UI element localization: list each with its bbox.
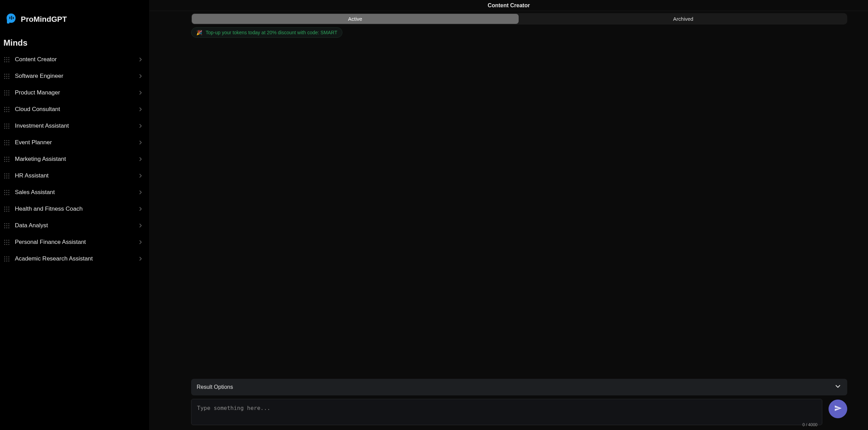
promo-banner[interactable]: 🎉 Top-up your tokens today at 20% discou… [191, 27, 342, 38]
sidebar-item-label: Sales Assistant [15, 189, 132, 196]
drag-handle-icon[interactable] [4, 173, 9, 179]
chevron-right-icon [137, 222, 144, 229]
chevron-right-icon [137, 173, 144, 179]
main: Content Creator Active Archived 🎉 Top-up… [150, 0, 868, 430]
svg-rect-1 [11, 16, 12, 20]
sidebar-item[interactable]: Software Engineer [0, 68, 148, 84]
chevron-right-icon [137, 256, 144, 262]
sidebar-item-label: Personal Finance Assistant [15, 239, 132, 246]
drag-handle-icon[interactable] [4, 190, 9, 195]
svg-rect-2 [13, 17, 14, 19]
sidebar-item[interactable]: Cloud Consultant [0, 101, 148, 118]
drag-handle-icon[interactable] [4, 74, 9, 79]
sidebar-item[interactable]: Data Analyst [0, 217, 148, 234]
brand-logo-icon [5, 12, 17, 26]
result-options-toggle[interactable]: Result Options [191, 379, 847, 395]
chevron-right-icon [137, 123, 144, 129]
sidebar-item[interactable]: Content Creator [0, 51, 148, 68]
sidebar: ProMindGPT Minds Content CreatorSoftware… [0, 0, 150, 430]
drag-handle-icon[interactable] [4, 123, 9, 129]
drag-handle-icon[interactable] [4, 207, 9, 212]
drag-handle-icon[interactable] [4, 90, 9, 95]
sidebar-item[interactable]: Investment Assistant [0, 118, 148, 134]
chevron-right-icon [137, 139, 144, 146]
brand[interactable]: ProMindGPT [0, 0, 148, 38]
send-button[interactable] [829, 400, 847, 418]
chevron-right-icon [137, 206, 144, 212]
sidebar-item-label: Academic Research Assistant [15, 255, 132, 262]
svg-rect-0 [9, 17, 10, 19]
send-icon [834, 404, 842, 414]
drag-handle-icon[interactable] [4, 223, 9, 228]
sidebar-section-title: Minds [0, 38, 148, 51]
chevron-right-icon [137, 239, 144, 245]
message-input[interactable] [191, 399, 822, 425]
result-options-label: Result Options [197, 384, 233, 390]
drag-handle-icon[interactable] [4, 140, 9, 145]
chevron-right-icon [137, 106, 144, 112]
minds-list: Content CreatorSoftware EngineerProduct … [0, 51, 148, 267]
sidebar-item-label: Investment Assistant [15, 122, 132, 129]
sidebar-item-label: Cloud Consultant [15, 106, 132, 113]
sidebar-item[interactable]: Health and Fitness Coach [0, 201, 148, 217]
sidebar-item[interactable]: Event Planner [0, 134, 148, 151]
main-header: Content Creator [150, 0, 868, 11]
chevron-right-icon [137, 156, 144, 162]
tabs: Active Archived [191, 13, 847, 25]
sidebar-item[interactable]: Product Manager [0, 84, 148, 101]
sidebar-item-label: Content Creator [15, 56, 132, 63]
drag-handle-icon[interactable] [4, 57, 9, 62]
drag-handle-icon[interactable] [4, 107, 9, 112]
sidebar-item-label: Event Planner [15, 139, 132, 146]
page-title: Content Creator [488, 2, 530, 9]
chevron-right-icon [137, 90, 144, 96]
sidebar-item[interactable]: Academic Research Assistant [0, 250, 148, 267]
conversation-area[interactable] [191, 40, 847, 375]
sidebar-item-label: HR Assistant [15, 172, 132, 179]
sidebar-item[interactable]: Sales Assistant [0, 184, 148, 201]
sidebar-item-label: Software Engineer [15, 73, 132, 80]
tab-active[interactable]: Active [192, 14, 519, 24]
sidebar-item[interactable]: HR Assistant [0, 167, 148, 184]
drag-handle-icon[interactable] [4, 256, 9, 262]
sidebar-item-label: Marketing Assistant [15, 156, 132, 163]
promo-banner-text: Top-up your tokens today at 20% discount… [206, 30, 337, 35]
tab-archived[interactable]: Archived [520, 14, 847, 24]
brand-name: ProMindGPT [21, 15, 67, 24]
input-box: 0 / 4000 [191, 399, 822, 427]
sidebar-item-label: Data Analyst [15, 222, 132, 229]
chevron-down-icon [834, 383, 842, 392]
sidebar-item[interactable]: Personal Finance Assistant [0, 234, 148, 250]
sidebar-item-label: Health and Fitness Coach [15, 205, 132, 212]
drag-handle-icon[interactable] [4, 240, 9, 245]
chevron-right-icon [137, 73, 144, 79]
sidebar-item[interactable]: Marketing Assistant [0, 151, 148, 167]
chevron-right-icon [137, 189, 144, 195]
sidebar-item-label: Product Manager [15, 89, 132, 96]
drag-handle-icon[interactable] [4, 157, 9, 162]
party-popper-icon: 🎉 [196, 30, 202, 35]
chevron-right-icon [137, 56, 144, 63]
char-count: 0 / 4000 [803, 422, 817, 427]
